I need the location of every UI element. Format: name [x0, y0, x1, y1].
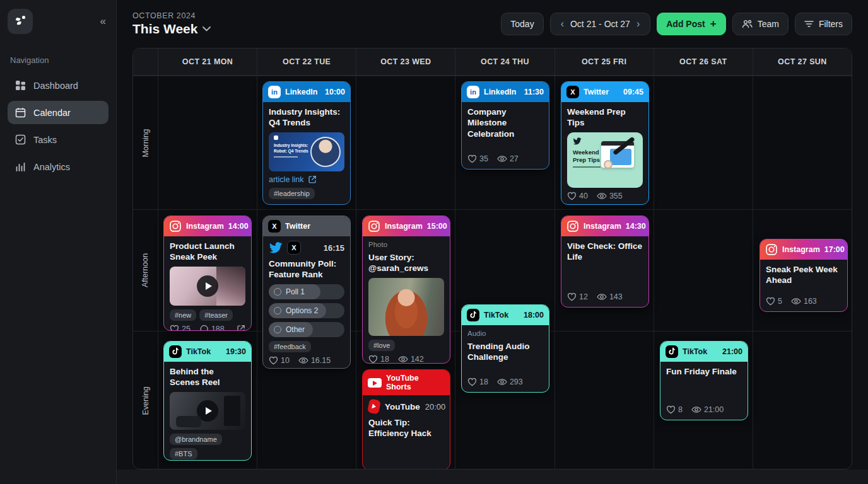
instagram-icon: [368, 220, 380, 233]
post-card[interactable]: TikTok 19:30 Behind the Scenes Reel@bran…: [163, 341, 252, 461]
post-title: Fun Friday Finale: [666, 366, 742, 377]
post-card[interactable]: X Twitter X 16:15Community Poll: Feature…: [262, 216, 351, 369]
post-card[interactable]: in LinkedIn 11:30 Company Milestone Cele…: [461, 81, 549, 170]
view-count: 21:00: [691, 405, 724, 414]
linkedin-icon: in: [268, 86, 281, 98]
post-time: 21:00: [722, 347, 742, 356]
card-body: Industry Insights: Q4 Trends Industry In…: [263, 102, 350, 205]
nav-section-label: Navigation: [10, 55, 106, 65]
calendar-cell[interactable]: [753, 331, 852, 470]
like-count: 25: [170, 325, 191, 331]
heart-icon: [567, 292, 577, 301]
platform-label: Instagram: [584, 222, 621, 231]
x-icon: X: [268, 220, 281, 233]
today-button[interactable]: Today: [501, 13, 543, 35]
next-week-button[interactable]: ›: [635, 18, 641, 30]
like-count-value: 35: [479, 154, 488, 163]
poll-option[interactable]: Options 2: [269, 303, 344, 318]
like-count: 10: [269, 356, 290, 365]
card-body: Fun Friday Finale 8 21:00: [660, 362, 748, 420]
stats-row: 18 293: [467, 377, 543, 386]
post-card[interactable]: TikTok 21:00 Fun Friday Finale 8 21:00: [660, 341, 748, 420]
card-body: Weekend Prep Tips WeekendPrep Tips 40 35…: [561, 102, 648, 205]
sidebar-item-calendar[interactable]: Calendar: [8, 101, 108, 124]
poll-option[interactable]: Other: [269, 322, 344, 337]
team-button[interactable]: Team: [732, 13, 789, 35]
tag-chip[interactable]: #teaser: [199, 309, 233, 321]
sidebar-item-label: Dashboard: [33, 81, 78, 91]
post-card[interactable]: Instagram 17:00 Sneak Peek Week Ahead 5 …: [760, 239, 848, 312]
like-count: 12: [567, 292, 588, 301]
team-icon: [742, 20, 753, 28]
like-count-value: 10: [281, 356, 290, 365]
sidebar-item-tasks[interactable]: Tasks: [8, 128, 108, 151]
card-header: Instagram 14:30: [561, 216, 648, 236]
radio-icon[interactable]: [274, 288, 281, 296]
post-title: Behind the Scenes Reel: [170, 366, 245, 388]
share-icon[interactable]: [237, 325, 245, 331]
like-count: 8: [666, 405, 683, 414]
post-title: Industry Insights: Q4 Trends: [269, 107, 344, 129]
card-header: TikTok 19:30: [164, 342, 251, 362]
card-header: Instagram 14:00: [164, 216, 251, 236]
sidebar-item-dashboard[interactable]: Dashboard: [8, 74, 108, 97]
play-icon[interactable]: [197, 275, 218, 297]
article-link[interactable]: article link: [269, 175, 344, 184]
tag-chip[interactable]: @brandname: [170, 434, 222, 445]
calendar-cell[interactable]: [654, 76, 753, 209]
post-time: 09:45: [623, 88, 643, 96]
stats-row: 25 188: [170, 325, 245, 331]
calendar-cell[interactable]: [654, 209, 753, 331]
stats-row: 40 355: [567, 192, 643, 200]
card-header: X Twitter 09:45: [561, 82, 648, 102]
platform-label: Instagram: [782, 245, 820, 254]
tag-chip[interactable]: #love: [368, 340, 395, 351]
add-post-button[interactable]: Add Post +: [657, 13, 725, 35]
video-thumbnail[interactable]: [170, 267, 245, 306]
calendar-cell[interactable]: [554, 331, 654, 470]
post-card[interactable]: X Twitter 09:45 Weekend Prep Tips Weeken…: [561, 81, 649, 205]
prev-week-button[interactable]: ‹: [560, 18, 565, 30]
post-title: Community Poll: Feature Rank: [269, 258, 344, 280]
post-card[interactable]: Instagram 14:30 Vibe Check: Office Life …: [561, 216, 649, 308]
filters-button[interactable]: Filters: [795, 13, 852, 35]
post-card[interactable]: in LinkedIn 10:00 Industry Insights: Q4 …: [262, 81, 351, 205]
date-range-control: ‹ Oct 21 - Oct 27 ›: [550, 13, 651, 35]
tag-chip[interactable]: #BTS: [170, 448, 197, 459]
tag-chip[interactable]: #feedback: [269, 341, 311, 352]
tag-chip[interactable]: #new: [170, 309, 196, 321]
play-icon[interactable]: [197, 400, 218, 422]
view-count-value: 293: [510, 377, 523, 386]
post-card[interactable]: Instagram 15:00 PhotoUser Story: @sarah_…: [362, 216, 450, 364]
post-title: Company Milestone Celebration: [467, 107, 543, 139]
post-card[interactable]: TikTok 18:00 AudioTrending Audio Challen…: [461, 304, 549, 393]
calendar-cell[interactable]: [753, 76, 852, 209]
calendar-cell[interactable]: [158, 76, 257, 209]
sidebar-item-analytics[interactable]: Analytics: [8, 155, 108, 178]
calendar-cell[interactable]: [356, 76, 455, 209]
radio-icon[interactable]: [274, 307, 281, 314]
tag-chip[interactable]: #leadership: [269, 188, 315, 199]
view-count: 142: [398, 355, 424, 364]
platform-label: Instagram: [186, 222, 224, 231]
post-title: User Story: @sarah_crews: [368, 252, 444, 274]
post-thumbnail: WeekendPrep Tips: [567, 132, 643, 188]
heart-icon: [666, 405, 676, 414]
youtube-brand: YouTube: [385, 402, 420, 412]
post-title: Sneak Peek Week Ahead: [766, 264, 842, 286]
sidebar-collapse-button[interactable]: «: [97, 13, 108, 30]
video-thumbnail[interactable]: [170, 392, 245, 430]
youtube-icon: [368, 378, 382, 388]
radio-icon[interactable]: [274, 326, 281, 333]
poll-option[interactable]: Poll 1: [269, 284, 344, 299]
view-selector[interactable]: This Week: [132, 21, 211, 37]
card-body: Vibe Check: Office Life 12 143: [561, 236, 648, 307]
post-card[interactable]: Instagram 14:00 Product Launch Sneak Pee…: [163, 216, 252, 331]
calendar-grid: OCT 21 MONOCT 22 TUEOCT 23 WEDOCT 24 THU…: [132, 48, 852, 470]
instagram-icon: [169, 220, 182, 233]
card-header: X Twitter: [263, 216, 350, 236]
twitter-bird-icon: [269, 242, 283, 253]
comment-count: 188: [199, 325, 225, 331]
post-card[interactable]: YouTube Shorts YouTube 20:00Quick Tip: E…: [362, 369, 450, 470]
filters-label: Filters: [819, 19, 843, 29]
